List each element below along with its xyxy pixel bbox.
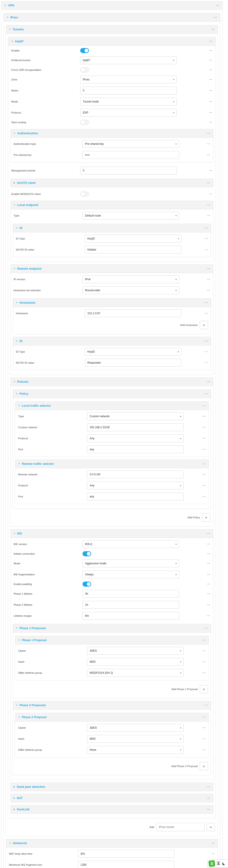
ellipsis-menu-icon[interactable]: ••• — [207, 154, 210, 156]
preferred-tunnel-select[interactable]: toip67▾ — [80, 56, 177, 64]
strict-routing-toggle[interactable] — [80, 120, 89, 125]
moon-icon[interactable] — [222, 862, 226, 865]
ellipsis-menu-icon[interactable]: ••• — [207, 583, 210, 585]
ellipsis-menu-icon[interactable]: ••• — [207, 543, 210, 545]
add-button[interactable]: + — [200, 685, 208, 693]
ellipsis-menu-icon[interactable]: ••• — [202, 749, 206, 751]
add-button[interactable]: + — [200, 321, 208, 329]
ellipsis-menu-icon[interactable]: ••• — [202, 727, 206, 729]
ellipsis-menu-icon[interactable]: ••• — [209, 79, 213, 81]
ellipsis-menu-icon[interactable]: ••• — [212, 29, 215, 31]
ellipsis-menu-icon[interactable]: ••• — [207, 204, 210, 206]
zone-select[interactable]: IPsec▾ — [80, 75, 177, 84]
ellipsis-menu-icon[interactable]: ••• — [207, 289, 210, 291]
ellipsis-menu-icon[interactable]: ••• — [209, 193, 213, 195]
hostname-input[interactable] — [85, 309, 181, 317]
add-button[interactable]: + — [200, 762, 208, 770]
management-priority-input[interactable] — [80, 167, 177, 175]
ellipsis-menu-icon[interactable]: ••• — [209, 40, 213, 42]
ellipsis-menu-icon[interactable]: ••• — [209, 169, 213, 172]
section-header-ike[interactable]: ▼IKE••• — [10, 529, 213, 538]
custom-network-input[interactable] — [87, 424, 184, 431]
ellipsis-menu-icon[interactable]: ••• — [205, 249, 208, 251]
section-header-remote-endpoint[interactable]: ▼Remote endpoint••• — [10, 265, 213, 273]
add-button[interactable]: + — [207, 823, 215, 831]
ellipsis-menu-icon[interactable]: ••• — [212, 853, 215, 855]
phase-1-lifetime-input[interactable] — [83, 590, 179, 598]
ellipsis-menu-icon[interactable]: ••• — [207, 562, 210, 564]
section-header-phase-1-proposals[interactable]: ▼Phase 1 Proposals••• — [13, 624, 211, 632]
section-header-ipsec[interactable]: ▼IPsec••• — [4, 13, 220, 22]
mode-select[interactable]: Aggressive mode▾ — [83, 559, 179, 567]
ellipsis-menu-icon[interactable]: ••• — [205, 227, 208, 229]
section-header-id[interactable]: ▼ID••• — [13, 224, 211, 232]
ellipsis-menu-icon[interactable]: ••• — [207, 381, 210, 383]
phase-2-lifetime-input[interactable] — [83, 601, 179, 609]
ellipsis-menu-icon[interactable]: ••• — [202, 437, 206, 439]
ellipsis-menu-icon[interactable]: ••• — [205, 238, 208, 240]
section-header-remote-traffic-selector[interactable]: ▼Remote traffic selector••• — [15, 460, 209, 468]
ellipsis-menu-icon[interactable]: ••• — [216, 5, 220, 7]
hostname-list-selection-select[interactable]: Round-robin▾ — [83, 286, 179, 294]
mode-select[interactable]: Tunnel mode▾ — [80, 98, 177, 105]
maximum-ike-fragment-size-input[interactable] — [78, 861, 174, 868]
force-udp-encapsulation-toggle[interactable] — [80, 67, 89, 72]
section-header-advanced[interactable]: ▼Advanced••• — [6, 839, 218, 847]
section-header-id[interactable]: ▼ID••• — [13, 337, 211, 345]
ellipsis-menu-icon[interactable]: ••• — [207, 808, 210, 810]
section-header-phase-2-proposals[interactable]: ▼Phase 2 Proposals••• — [13, 701, 211, 710]
cipher-select[interactable]: 3DES▾ — [87, 724, 184, 732]
lifetime-margin-input[interactable] — [83, 612, 179, 620]
nat-keep-alive-time-input[interactable] — [78, 850, 174, 858]
ellipsis-menu-icon[interactable]: ••• — [205, 340, 208, 342]
ellipsis-menu-icon[interactable]: ••• — [212, 842, 215, 844]
ellipsis-menu-icon[interactable]: ••• — [207, 268, 210, 270]
ellipsis-menu-icon[interactable]: ••• — [207, 615, 210, 617]
remote-network-input[interactable] — [87, 470, 184, 478]
ellipsis-menu-icon[interactable]: ••• — [205, 627, 208, 629]
sogou-input-icon[interactable]: S — [208, 860, 215, 867]
ellipsis-menu-icon[interactable]: ••• — [202, 496, 206, 498]
ellipsis-menu-icon[interactable]: ••• — [207, 132, 210, 134]
keyid-id-value-input[interactable] — [85, 246, 181, 253]
ellipsis-menu-icon[interactable]: ••• — [207, 143, 210, 145]
initiate-connection-toggle[interactable] — [83, 551, 91, 556]
id-type-select[interactable]: KeyID▾ — [85, 348, 181, 355]
pre-shared-key-input[interactable] — [83, 151, 179, 159]
hash-select[interactable]: MD5▾ — [87, 735, 184, 743]
ellipsis-menu-icon[interactable]: ••• — [209, 112, 213, 114]
ellipsis-menu-icon[interactable]: ••• — [207, 553, 210, 555]
section-header-vpn[interactable]: ▼VPN••• — [1, 1, 223, 10]
ellipsis-menu-icon[interactable]: ••• — [202, 485, 206, 487]
section-header-nat[interactable]: ▶NAT••• — [10, 794, 213, 802]
hash-select[interactable]: MD5▾ — [87, 658, 184, 666]
ellipsis-menu-icon[interactable]: ••• — [214, 17, 217, 19]
ellipsis-menu-icon[interactable]: ••• — [207, 574, 210, 576]
ellipsis-menu-icon[interactable]: ••• — [209, 50, 213, 52]
ellipsis-menu-icon[interactable]: ••• — [209, 90, 213, 92]
id-type-select[interactable]: KeyID▾ — [85, 235, 181, 243]
enable-modecfg-client-toggle[interactable] — [80, 191, 89, 196]
enable-toggle[interactable] — [80, 48, 89, 53]
ellipsis-menu-icon[interactable]: ••• — [209, 101, 213, 103]
ellipsis-menu-icon[interactable]: ••• — [207, 278, 210, 280]
protocol-select[interactable]: Any▾ — [87, 482, 184, 489]
section-header-policy[interactable]: ▼Policy••• — [13, 390, 211, 398]
ellipsis-menu-icon[interactable]: ••• — [205, 351, 208, 353]
ime-mode-label[interactable]: 五 — [217, 861, 220, 866]
ellipsis-menu-icon[interactable]: ••• — [202, 716, 206, 718]
ellipsis-menu-icon[interactable]: ••• — [202, 650, 206, 652]
ellipsis-menu-icon[interactable]: ••• — [202, 463, 206, 465]
ellipsis-menu-icon[interactable]: ••• — [207, 604, 210, 606]
ellipsis-menu-icon[interactable]: ••• — [202, 415, 206, 417]
diffie-hellman-group-select[interactable]: None▾ — [87, 746, 184, 754]
ellipsis-menu-icon[interactable]: ••• — [209, 69, 213, 71]
ike-version-select[interactable]: IKEv1▾ — [83, 540, 179, 548]
new-item-name-input[interactable] — [156, 823, 204, 831]
port-input[interactable] — [87, 445, 184, 453]
ip-version-select[interactable]: IPv4▾ — [83, 275, 179, 283]
ellipsis-menu-icon[interactable]: ••• — [202, 473, 206, 475]
ellipsis-menu-icon[interactable]: ••• — [207, 786, 210, 788]
section-header-local-traffic-selector[interactable]: ▼Local traffic selector••• — [15, 402, 209, 410]
section-header-policies[interactable]: ▼Policies••• — [10, 378, 213, 386]
